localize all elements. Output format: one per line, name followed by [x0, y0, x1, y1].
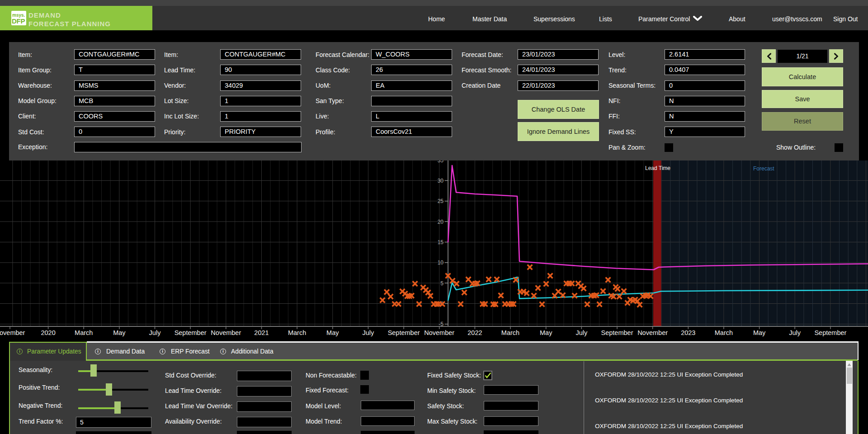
svg-text:2022: 2022	[467, 329, 482, 336]
svg-text:25: 25	[438, 198, 444, 204]
svg-text:September: September	[601, 329, 633, 336]
svg-text:July: July	[576, 329, 588, 336]
svg-text:March: March	[288, 329, 306, 336]
svg-text:20: 20	[438, 219, 444, 225]
svg-text:2020: 2020	[41, 329, 55, 336]
svg-text:March: March	[501, 329, 519, 336]
svg-text:July: July	[363, 329, 375, 336]
svg-text:May: May	[753, 329, 766, 336]
svg-text:March: March	[715, 329, 733, 336]
svg-text:July: July	[149, 329, 161, 336]
svg-text:March: March	[75, 329, 93, 336]
svg-text:May: May	[113, 329, 126, 336]
svg-text:September: September	[175, 329, 207, 336]
svg-text:July: July	[789, 329, 801, 336]
svg-text:15: 15	[438, 239, 444, 245]
svg-text:2021: 2021	[254, 329, 269, 336]
svg-text:30: 30	[438, 178, 444, 184]
svg-text:Lead Time: Lead Time	[645, 165, 670, 171]
svg-text:5: 5	[440, 280, 443, 287]
svg-text:September: September	[388, 329, 420, 336]
svg-text:May: May	[540, 329, 552, 336]
svg-text:2023: 2023	[681, 329, 695, 336]
svg-text:35: 35	[438, 160, 444, 164]
svg-text:10: 10	[438, 259, 444, 266]
svg-text:November: November	[211, 329, 241, 336]
svg-text:November: November	[0, 329, 25, 336]
svg-text:November: November	[637, 329, 668, 336]
svg-text:September: September	[814, 329, 846, 336]
svg-text:November: November	[424, 329, 454, 336]
svg-text:May: May	[326, 329, 339, 336]
svg-text:Forecast: Forecast	[753, 165, 774, 172]
